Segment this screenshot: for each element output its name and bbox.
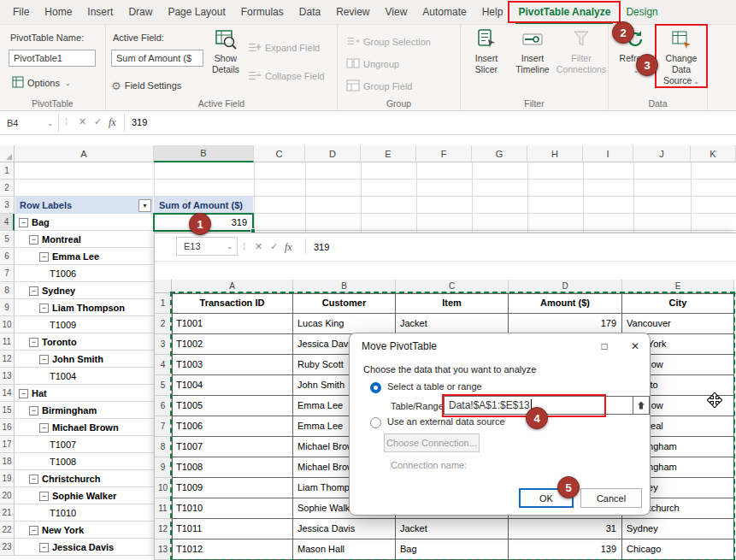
column-header-B[interactable]: B (154, 145, 254, 162)
table-cell[interactable]: T1012 (172, 539, 293, 560)
table-cell[interactable]: Vancouver (622, 314, 734, 334)
pivot-row[interactable]: −New York (15, 522, 152, 539)
table-cell[interactable]: 179 (509, 314, 622, 334)
pivot-value-header[interactable]: Sum of Amount ($) (155, 197, 253, 214)
table-cell[interactable]: T1001 (172, 314, 293, 334)
column-header-F[interactable]: F (416, 145, 472, 162)
column-header-A[interactable]: A (15, 145, 154, 162)
filter-dropdown-button[interactable]: ▼ (138, 199, 151, 212)
formula-bar-value[interactable]: 319 (132, 117, 147, 127)
row-header-21[interactable]: 21 (0, 504, 15, 522)
column-header-E[interactable]: E (361, 145, 416, 162)
overlay-row-header-1[interactable]: 1 (155, 293, 172, 314)
select-all-corner[interactable] (0, 145, 15, 162)
overlay-row-header-4[interactable]: 4 (155, 355, 172, 375)
table-cell[interactable]: T1006 (172, 416, 293, 437)
insert-timeline-button[interactable]: Insert Timeline (510, 27, 555, 75)
table-header-cell[interactable]: Amount ($) (509, 293, 622, 314)
collapse-outline-button[interactable]: − (29, 406, 38, 416)
table-cell[interactable]: T1003 (172, 355, 293, 375)
table-cell[interactable]: T1010 (172, 498, 293, 519)
collapse-outline-button[interactable]: − (39, 423, 49, 433)
active-field-input[interactable]: Sum of Amount ($ (111, 50, 203, 67)
pivot-row[interactable]: T1006 (15, 265, 152, 282)
row-header-12[interactable]: 12 (0, 351, 15, 368)
overlay-row-header-8[interactable]: 8 (155, 437, 172, 457)
table-cell[interactable]: Bag (396, 539, 509, 560)
enter-button[interactable]: ✓ (270, 241, 278, 252)
row-header-16[interactable]: 16 (0, 419, 15, 436)
tab-file[interactable]: File (5, 0, 37, 24)
pivot-row[interactable]: T1009 (15, 316, 152, 333)
name-box-splitter[interactable]: ⁞ (65, 116, 67, 127)
table-header-cell[interactable]: Item (396, 293, 509, 314)
table-cell[interactable]: T1008 (172, 457, 293, 478)
table-cell[interactable]: Sydney (622, 519, 734, 539)
cancel-button[interactable]: ✕ (255, 241, 262, 252)
overlay-row-header-12[interactable]: 12 (155, 519, 172, 539)
cancel-button[interactable]: ✕ (79, 116, 86, 127)
table-header-cell[interactable]: City (622, 293, 734, 314)
table-cell[interactable]: Mason Hall (293, 539, 396, 560)
pivot-row[interactable]: −Toronto (15, 333, 152, 351)
table-cell[interactable]: 139 (509, 539, 622, 560)
options-button[interactable]: Options ⌄ (12, 74, 71, 91)
pivot-row[interactable]: −John Smith (15, 351, 152, 368)
row-header-7[interactable]: 7 (0, 265, 15, 282)
row-header-3[interactable]: 3 (0, 197, 15, 214)
table-cell[interactable]: Jessica Davis (293, 519, 396, 539)
table-cell[interactable]: Jacket (396, 314, 509, 334)
pivot-row[interactable]: T1007 (15, 436, 152, 453)
pivot-row[interactable]: −Montreal (15, 231, 152, 248)
table-header-cell[interactable]: Transaction ID (172, 293, 293, 314)
range-picker-button[interactable] (633, 396, 650, 415)
collapse-outline-button[interactable]: − (39, 304, 49, 313)
name-box[interactable]: E13 ⌄ (176, 237, 238, 256)
pivot-row-labels-header[interactable]: Row Labels ▼ (15, 197, 153, 214)
overlay-column-header-B[interactable]: B (293, 280, 396, 293)
collapse-outline-button[interactable]: − (29, 338, 38, 347)
pivot-row[interactable]: −Jessica Davis (15, 539, 152, 556)
row-header-23[interactable]: 23 (0, 539, 15, 556)
insert-slicer-button[interactable]: Insert Slicer (464, 27, 509, 75)
insert-function-button[interactable]: fx (285, 241, 292, 254)
overlay-row-header-6[interactable]: 6 (155, 396, 172, 416)
tab-help[interactable]: Help (474, 0, 511, 24)
name-box[interactable]: B4 ⌄ (0, 114, 58, 133)
table-cell[interactable]: Chicago (622, 539, 734, 560)
row-header-18[interactable]: 18 (0, 453, 15, 470)
column-header-H[interactable]: H (527, 145, 583, 162)
overlay-row-header-11[interactable]: 11 (155, 498, 172, 519)
row-header-22[interactable]: 22 (0, 522, 15, 539)
pivot-row[interactable]: −Liam Thompson (15, 299, 152, 316)
table-cell[interactable]: T1002 (172, 334, 293, 355)
column-header-I[interactable]: I (583, 145, 633, 162)
select-table-range-radio[interactable] (370, 382, 381, 393)
collapse-outline-button[interactable]: − (29, 475, 38, 484)
row-header-10[interactable]: 10 (0, 316, 15, 333)
row-header-9[interactable]: 9 (0, 299, 15, 316)
pivot-row[interactable]: −Bag (15, 214, 152, 231)
field-settings-button[interactable]: ⚙ Field Settings (111, 77, 181, 94)
row-header-11[interactable]: 11 (0, 333, 15, 351)
overlay-row-header-13[interactable]: 13 (155, 539, 172, 560)
row-header-14[interactable]: 14 (0, 385, 15, 402)
overlay-row-header-9[interactable]: 9 (155, 457, 172, 478)
collapse-outline-button[interactable]: − (39, 543, 49, 552)
column-header-G[interactable]: G (472, 145, 527, 162)
overlay-column-header-C[interactable]: C (396, 280, 509, 293)
row-header-15[interactable]: 15 (0, 402, 15, 419)
table-cell[interactable]: 31 (509, 519, 622, 539)
cancel-button[interactable]: Cancel (580, 488, 642, 508)
column-header-D[interactable]: D (305, 145, 361, 162)
tab-home[interactable]: Home (37, 0, 79, 24)
collapse-outline-button[interactable]: − (39, 252, 49, 262)
tab-view[interactable]: View (378, 0, 415, 24)
table-header-cell[interactable]: Customer (293, 293, 396, 314)
overlay-row-header-10[interactable]: 10 (155, 478, 172, 498)
table-cell[interactable]: T1009 (172, 478, 293, 498)
tab-automate[interactable]: Automate (415, 0, 474, 24)
table-cell[interactable]: T1007 (172, 437, 293, 457)
maximize-button[interactable]: □ (589, 333, 620, 359)
column-header-K[interactable]: K (691, 145, 736, 162)
